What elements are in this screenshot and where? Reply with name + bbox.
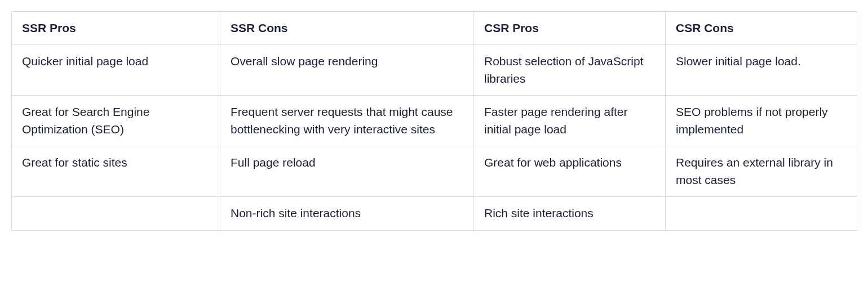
col-header-csr-pros: CSR Pros bbox=[474, 12, 666, 45]
cell-ssr-cons: Full page reload bbox=[220, 146, 474, 197]
table-row: Great for static sites Full page reload … bbox=[12, 146, 857, 197]
cell-csr-pros: Great for web applications bbox=[474, 146, 666, 197]
cell-ssr-pros: Great for Search Engine Optimization (SE… bbox=[12, 96, 220, 146]
cell-csr-cons: SEO problems if not properly implemented bbox=[666, 96, 857, 146]
cell-csr-pros: Rich site interactions bbox=[474, 197, 666, 230]
cell-ssr-cons: Non-rich site interactions bbox=[220, 197, 474, 230]
table-row: Quicker initial page load Overall slow p… bbox=[12, 45, 857, 96]
cell-csr-pros: Faster page rendering after initial page… bbox=[474, 96, 666, 146]
cell-ssr-pros bbox=[12, 197, 220, 230]
col-header-csr-cons: CSR Cons bbox=[666, 12, 857, 45]
col-header-ssr-pros: SSR Pros bbox=[12, 12, 220, 45]
cell-ssr-cons: Overall slow page rendering bbox=[220, 45, 474, 96]
table-row: Great for Search Engine Optimization (SE… bbox=[12, 96, 857, 146]
cell-csr-cons: Requires an external library in most cas… bbox=[666, 146, 857, 197]
table-row: Non-rich site interactions Rich site int… bbox=[12, 197, 857, 230]
cell-csr-cons bbox=[666, 197, 857, 230]
cell-csr-pros: Robust selection of JavaScript libraries bbox=[474, 45, 666, 96]
cell-ssr-pros: Great for static sites bbox=[12, 146, 220, 197]
cell-csr-cons: Slower initial page load. bbox=[666, 45, 857, 96]
comparison-table: SSR Pros SSR Cons CSR Pros CSR Cons Quic… bbox=[11, 11, 857, 231]
col-header-ssr-cons: SSR Cons bbox=[220, 12, 474, 45]
table-header-row: SSR Pros SSR Cons CSR Pros CSR Cons bbox=[12, 12, 857, 45]
cell-ssr-cons: Frequent server requests that might caus… bbox=[220, 96, 474, 146]
cell-ssr-pros: Quicker initial page load bbox=[12, 45, 220, 96]
